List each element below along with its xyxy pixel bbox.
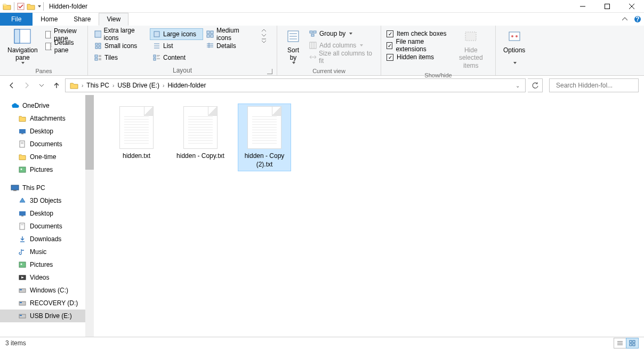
tab-file[interactable]: File bbox=[0, 13, 33, 26]
svg-rect-19 bbox=[99, 46, 101, 49]
small-icons-button[interactable]: Small icons bbox=[91, 40, 150, 52]
tree-item[interactable]: Documents bbox=[0, 220, 94, 233]
scrollbar-thumb[interactable] bbox=[85, 95, 94, 170]
file-list[interactable]: hidden.txt hidden - Copy.txt hidden - Co… bbox=[94, 95, 644, 337]
close-button[interactable] bbox=[619, 0, 644, 13]
size-columns-button[interactable]: Size all columns to fit bbox=[306, 51, 377, 63]
svg-rect-72 bbox=[20, 223, 25, 229]
forward-button[interactable] bbox=[20, 79, 33, 92]
svg-rect-15 bbox=[95, 31, 101, 37]
address-bar[interactable]: › This PC › USB Drive (E:) › Hidden-fold… bbox=[65, 78, 526, 92]
refresh-button[interactable] bbox=[528, 78, 543, 92]
navigation-tree[interactable]: OneDrive Attachments Desktop Documents O… bbox=[0, 95, 94, 337]
large-icons-view-toggle[interactable] bbox=[626, 338, 639, 348]
tree-item[interactable]: RECOVERY (D:) bbox=[0, 297, 94, 310]
tab-home[interactable]: Home bbox=[33, 13, 66, 26]
chevron-right-icon[interactable]: › bbox=[163, 83, 164, 89]
tree-item[interactable]: Music bbox=[0, 245, 94, 258]
up-button[interactable] bbox=[50, 79, 63, 92]
qat-properties-icon[interactable] bbox=[17, 2, 25, 11]
tree-item[interactable]: Videos bbox=[0, 271, 94, 284]
options-button[interactable]: Options bbox=[499, 27, 529, 65]
tab-view[interactable]: View bbox=[99, 13, 128, 26]
maximize-button[interactable] bbox=[595, 0, 619, 13]
tree-item[interactable]: Attachments bbox=[0, 112, 94, 125]
file-name: hidden - Copy (2).txt bbox=[240, 152, 288, 169]
tree-item[interactable]: 3D Objects bbox=[0, 194, 94, 207]
svg-rect-17 bbox=[99, 43, 101, 45]
list-button[interactable]: List bbox=[150, 40, 203, 52]
tree-item[interactable]: Pictures bbox=[0, 163, 94, 176]
tree-item[interactable]: Pictures bbox=[0, 258, 94, 271]
svg-rect-49 bbox=[313, 31, 316, 33]
tree-item[interactable]: USB Drive (E:) bbox=[0, 310, 94, 322]
chevron-right-icon[interactable]: › bbox=[82, 83, 83, 89]
svg-rect-87 bbox=[630, 340, 632, 343]
svg-point-76 bbox=[21, 264, 22, 265]
svg-point-57 bbox=[511, 35, 513, 37]
folder-icon bbox=[68, 79, 80, 92]
file-item[interactable]: hidden - Copy (2).txt bbox=[238, 104, 291, 171]
tree-thispc[interactable]: This PC bbox=[0, 181, 94, 194]
qat-dropdown-icon[interactable] bbox=[37, 3, 41, 10]
group-label-showhide: Show/hide bbox=[384, 70, 492, 80]
svg-rect-38 bbox=[211, 35, 213, 37]
window-title: Hidden-folder bbox=[49, 3, 87, 10]
search-input[interactable] bbox=[556, 82, 636, 89]
hide-selected-items-button[interactable]: Hide selected items bbox=[450, 27, 492, 70]
title-bar: Hidden-folder bbox=[0, 0, 644, 13]
tree-onedrive[interactable]: OneDrive bbox=[0, 99, 94, 112]
scroll-up-icon[interactable] bbox=[261, 28, 267, 33]
breadcrumb-segment[interactable]: This PC bbox=[84, 79, 111, 92]
details-view-button[interactable]: Details bbox=[203, 40, 259, 52]
tree-item[interactable]: Documents bbox=[0, 138, 94, 150]
svg-rect-36 bbox=[211, 31, 213, 34]
svg-rect-51 bbox=[310, 42, 316, 49]
hidden-items-toggle[interactable]: ✓Hidden items bbox=[384, 51, 450, 63]
file-item[interactable]: hidden.txt bbox=[110, 104, 163, 171]
svg-rect-30 bbox=[154, 55, 156, 57]
breadcrumb-segment[interactable]: USB Drive (E:) bbox=[115, 79, 162, 92]
tree-item[interactable]: One-time bbox=[0, 150, 94, 163]
text-file-icon bbox=[247, 106, 281, 149]
tree-item[interactable]: Downloads bbox=[0, 233, 94, 245]
details-view-toggle[interactable] bbox=[614, 338, 626, 348]
tab-share[interactable]: Share bbox=[66, 13, 99, 26]
svg-rect-20 bbox=[95, 55, 98, 57]
back-button[interactable] bbox=[5, 79, 18, 92]
file-item[interactable]: hidden - Copy.txt bbox=[174, 104, 227, 171]
group-by-button[interactable]: Group by bbox=[306, 28, 377, 39]
tree-item[interactable]: Desktop bbox=[0, 125, 94, 138]
svg-rect-10 bbox=[50, 31, 51, 38]
tree-item[interactable]: Windows (C:) bbox=[0, 284, 94, 297]
file-name: hidden - Copy.txt bbox=[176, 152, 224, 161]
recent-locations-button[interactable] bbox=[35, 79, 48, 92]
large-icons-button[interactable]: Large icons bbox=[150, 28, 203, 40]
minimize-button[interactable] bbox=[570, 0, 595, 13]
file-name: hidden.txt bbox=[123, 152, 150, 161]
help-icon[interactable]: ? bbox=[631, 13, 644, 26]
details-pane-button[interactable]: Details pane bbox=[42, 41, 84, 52]
ribbon: Navigation pane Preview pane Details pan… bbox=[0, 26, 644, 76]
search-box[interactable] bbox=[549, 78, 639, 92]
chevron-down-icon[interactable]: ⌄ bbox=[512, 83, 523, 89]
svg-rect-88 bbox=[633, 340, 635, 343]
text-file-icon bbox=[119, 106, 154, 149]
sort-by-button[interactable]: Sort by bbox=[280, 27, 306, 65]
tiles-button[interactable]: Tiles bbox=[91, 52, 150, 64]
content-button[interactable]: Content bbox=[150, 52, 203, 64]
svg-rect-70 bbox=[19, 211, 26, 216]
breadcrumb-segment[interactable]: Hidden-folder bbox=[165, 79, 208, 92]
svg-rect-83 bbox=[20, 315, 22, 316]
medium-icons-button[interactable]: Medium icons bbox=[203, 28, 259, 40]
group-label-currentview: Current view bbox=[280, 66, 377, 75]
file-name-extensions-toggle[interactable]: ✓File name extensions bbox=[384, 39, 450, 51]
svg-rect-56 bbox=[509, 32, 520, 41]
ribbon-collapse-icon[interactable] bbox=[618, 13, 631, 26]
extra-large-icons-button[interactable]: Extra large icons bbox=[91, 28, 150, 40]
gallery-expand-icon[interactable] bbox=[261, 38, 267, 43]
chevron-right-icon[interactable]: › bbox=[112, 83, 114, 89]
scroll-down-icon[interactable] bbox=[261, 33, 267, 37]
navigation-pane-button[interactable]: Navigation pane bbox=[3, 27, 42, 65]
tree-item[interactable]: Desktop bbox=[0, 207, 94, 220]
